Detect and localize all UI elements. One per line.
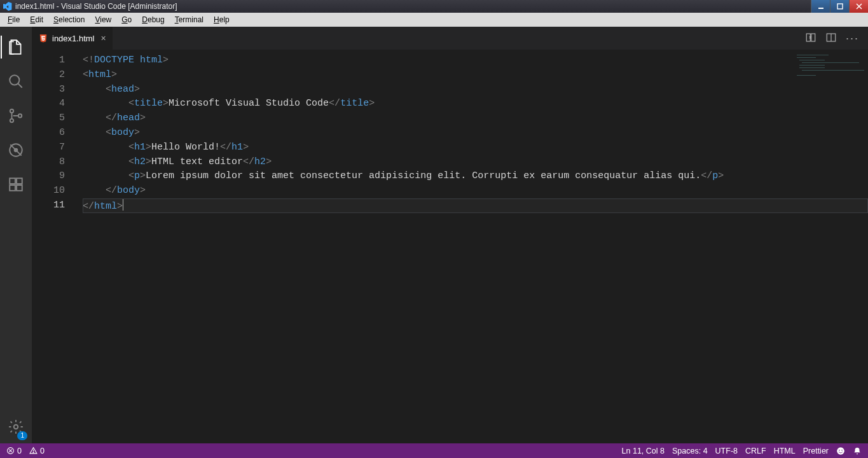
- svg-point-14: [14, 425, 18, 429]
- code-line[interactable]: <h1>Hello World!</h1>: [83, 141, 868, 155]
- tab-index1-html[interactable]: index1.html ×: [32, 27, 113, 50]
- code-line[interactable]: <title>Microsoft Visual Studio Code</tit…: [83, 97, 868, 111]
- line-number: 3: [32, 83, 65, 97]
- line-number: 10: [32, 184, 65, 198]
- menu-terminal[interactable]: Terminal: [170, 14, 209, 25]
- code-line[interactable]: <h2>HTML text editor</h2>: [83, 155, 868, 170]
- menu-edit[interactable]: Edit: [25, 14, 48, 25]
- line-number: 4: [32, 97, 65, 111]
- eol-status[interactable]: CRLF: [745, 447, 766, 455]
- svg-point-5: [10, 119, 13, 122]
- svg-point-6: [18, 114, 22, 117]
- code-line[interactable]: <p>Lorem ipsum dolor sit amet consectetu…: [83, 169, 868, 184]
- window-titlebar: index1.html - Visual Studio Code [Admini…: [0, 0, 868, 13]
- code-line[interactable]: <html>: [83, 68, 868, 83]
- tab-close-icon[interactable]: ×: [100, 33, 106, 43]
- activity-bar: 1: [0, 27, 32, 443]
- cursor-position[interactable]: Ln 11, Col 8: [622, 447, 665, 455]
- status-bar: 0 0 Ln 11, Col 8 Spaces: 4 UTF-8 CRLF HT…: [0, 443, 868, 458]
- svg-rect-1: [837, 4, 843, 9]
- menu-view[interactable]: View: [90, 14, 116, 25]
- svg-point-24: [837, 447, 844, 455]
- search-icon[interactable]: [1, 66, 31, 97]
- indentation-status[interactable]: Spaces: 4: [672, 447, 708, 455]
- svg-rect-16: [811, 34, 815, 41]
- svg-rect-13: [17, 185, 22, 191]
- settings-badge: 1: [17, 431, 27, 440]
- line-number-gutter: 1234567891011: [32, 50, 76, 443]
- notifications-icon[interactable]: [853, 447, 862, 455]
- settings-icon[interactable]: 1: [1, 412, 31, 442]
- encoding-status[interactable]: UTF-8: [715, 447, 738, 455]
- code-line[interactable]: </body>: [83, 184, 868, 198]
- code-line[interactable]: <body>: [83, 126, 868, 141]
- tab-bar: index1.html × ···: [32, 27, 868, 50]
- explorer-icon[interactable]: [1, 32, 31, 62]
- line-number: 8: [32, 155, 65, 170]
- menu-help[interactable]: Help: [209, 14, 235, 25]
- minimap[interactable]: [794, 53, 864, 92]
- close-button[interactable]: [849, 0, 868, 13]
- window-controls: [811, 0, 868, 13]
- compare-changes-icon[interactable]: [805, 32, 816, 45]
- feedback-icon[interactable]: [836, 447, 845, 455]
- code-content[interactable]: <!DOCTYPE html><html> <head> <title>Micr…: [76, 50, 868, 443]
- minimize-button[interactable]: [811, 0, 830, 13]
- menu-debug[interactable]: Debug: [137, 14, 169, 25]
- split-editor-icon[interactable]: [825, 32, 837, 45]
- svg-point-4: [10, 109, 13, 113]
- more-actions-icon[interactable]: ···: [846, 32, 859, 45]
- code-line[interactable]: </head>: [83, 111, 868, 126]
- code-line[interactable]: <head>: [83, 83, 868, 97]
- svg-rect-0: [818, 8, 823, 9]
- svg-point-26: [841, 450, 843, 451]
- line-number: 1: [32, 53, 65, 68]
- svg-rect-12: [10, 185, 15, 191]
- menu-file[interactable]: File: [3, 14, 25, 25]
- svg-point-9: [14, 148, 18, 153]
- source-control-icon[interactable]: [1, 101, 31, 131]
- menu-go[interactable]: Go: [116, 14, 137, 25]
- tab-label: index1.html: [52, 34, 94, 43]
- warnings-indicator[interactable]: 0: [29, 447, 45, 455]
- window-title: index1.html - Visual Studio Code [Admini…: [15, 2, 177, 11]
- menu-selection[interactable]: Selection: [48, 14, 90, 25]
- line-number: 11: [32, 198, 65, 213]
- extensions-icon[interactable]: [1, 169, 31, 200]
- svg-point-2: [10, 75, 19, 85]
- code-line[interactable]: </html>: [83, 198, 868, 213]
- line-number: 2: [32, 68, 65, 83]
- line-number: 5: [32, 111, 65, 126]
- svg-point-23: [33, 452, 34, 453]
- svg-point-25: [839, 450, 840, 451]
- language-mode[interactable]: HTML: [774, 447, 796, 455]
- line-number: 7: [32, 141, 65, 155]
- line-number: 6: [32, 126, 65, 141]
- code-line[interactable]: <!DOCTYPE html>: [83, 53, 868, 68]
- code-editor[interactable]: 1234567891011 <!DOCTYPE html><html> <hea…: [32, 50, 868, 443]
- debug-icon[interactable]: [1, 135, 31, 165]
- svg-line-3: [18, 83, 22, 88]
- menubar: FileEditSelectionViewGoDebugTerminalHelp: [0, 13, 868, 27]
- svg-rect-15: [806, 34, 810, 41]
- editor-group: index1.html × ··· 1234567891011 <!DOCTYP…: [32, 27, 868, 443]
- formatter-status[interactable]: Prettier: [803, 447, 829, 455]
- line-number: 9: [32, 169, 65, 184]
- maximize-button[interactable]: [830, 0, 849, 13]
- html5-icon: [38, 33, 48, 43]
- errors-indicator[interactable]: 0: [6, 447, 22, 455]
- svg-rect-11: [17, 178, 22, 184]
- app-icon: [3, 1, 13, 11]
- svg-rect-10: [10, 178, 15, 184]
